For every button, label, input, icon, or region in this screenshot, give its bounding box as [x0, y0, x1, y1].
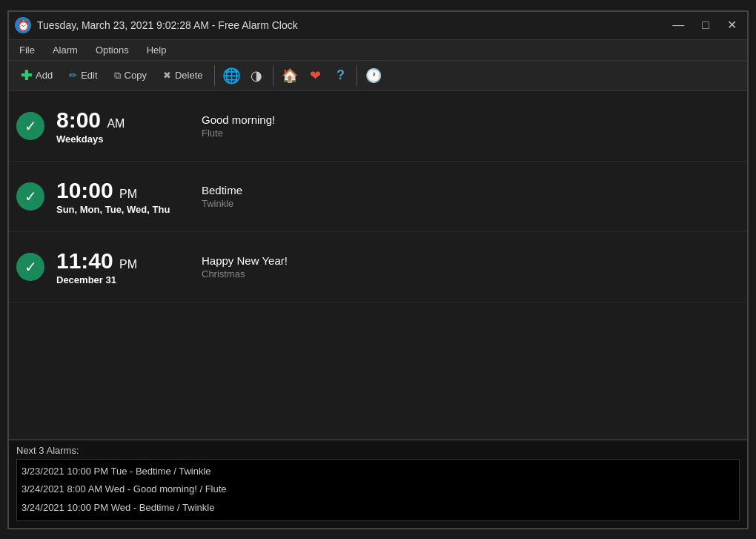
menu-options[interactable]: Options	[88, 42, 136, 59]
copy-label: Copy	[125, 70, 147, 81]
next-alarms-title: Next 3 Alarms:	[16, 445, 740, 456]
edit-icon: ✏	[69, 70, 77, 81]
delete-button[interactable]: ✖ Delete	[156, 66, 210, 85]
alarm-list: ✓ 8:00 AM Weekdays Good morning! Flute ✓	[9, 91, 747, 439]
help-icon: ?	[336, 67, 345, 83]
contrast-button[interactable]: ◑	[245, 64, 268, 87]
alarm-period-3: PM	[119, 258, 137, 271]
alarm-period-2: PM	[119, 188, 137, 200]
alarm-sound-3: Christmas	[202, 268, 740, 280]
alarm-info-3: Happy New Year! Christmas	[202, 254, 740, 280]
window-title: Tuesday, March 23, 2021 9:02:28 AM - Fre…	[37, 19, 298, 31]
alarm-time-section-1: 8:00 AM Weekdays	[56, 108, 190, 145]
alarm-list-container: ✓ 8:00 AM Weekdays Good morning! Flute ✓	[9, 91, 747, 439]
alarm-sound-2: Twinkle	[202, 198, 740, 209]
next-alarm-item-3: 3/24/2021 10:00 PM Wed - Bedtime / Twink…	[21, 499, 735, 517]
edit-label: Edit	[81, 70, 97, 81]
toolbar: ✚ Add ✏ Edit ⧉ Copy ✖ Delete 🌐 ◑ 🏠 ❤	[9, 61, 747, 91]
alarm-row[interactable]: ✓ 11:40 PM December 31 Happy New Year! C…	[9, 232, 747, 302]
separator-2	[273, 65, 273, 86]
delete-icon: ✖	[163, 70, 171, 81]
alarm-time-1: 8:00 AM	[56, 108, 190, 132]
globe-icon: 🌐	[222, 67, 241, 85]
add-button[interactable]: ✚ Add	[13, 64, 60, 87]
help-button[interactable]: ?	[328, 64, 352, 87]
separator-1	[214, 65, 215, 86]
app-icon	[15, 17, 31, 33]
heart-button[interactable]: ❤	[303, 64, 327, 87]
alarm-days-3: December 31	[56, 274, 190, 285]
next-alarm-item-2: 3/24/2021 8:00 AM Wed - Good morning! / …	[21, 480, 735, 499]
title-controls: — □ ✕	[668, 18, 741, 33]
alarm-info-1: Good morning! Flute	[202, 113, 740, 139]
alarm-check-3: ✓	[16, 253, 44, 281]
alarm-time-2: 10:00 PM	[56, 178, 190, 202]
title-bar-left: Tuesday, March 23, 2021 9:02:28 AM - Fre…	[15, 17, 298, 33]
alarm-row[interactable]: ✓ 8:00 AM Weekdays Good morning! Flute	[9, 91, 747, 162]
add-icon: ✚	[21, 67, 32, 84]
add-label: Add	[36, 70, 53, 81]
edit-button[interactable]: ✏ Edit	[62, 66, 105, 85]
alarm-days-1: Weekdays	[56, 133, 190, 145]
alarm-check-1: ✓	[16, 112, 44, 140]
copy-icon: ⧉	[114, 70, 121, 82]
alarm-name-1: Good morning!	[202, 113, 740, 126]
next-alarms-section: Next 3 Alarms: 3/23/2021 10:00 PM Tue - …	[9, 439, 747, 528]
globe-button[interactable]: 🌐	[219, 64, 243, 87]
alarm-time-3: 11:40 PM	[56, 248, 190, 273]
menu-bar: File Alarm Options Help	[9, 40, 747, 61]
home-icon: 🏠	[282, 67, 298, 84]
clock-button[interactable]: 🕐	[362, 64, 385, 87]
heart-icon: ❤	[310, 67, 321, 84]
contrast-icon: ◑	[251, 67, 262, 84]
alarm-check-2: ✓	[16, 182, 44, 211]
next-alarm-item-1: 3/23/2021 10:00 PM Tue - Bedtime / Twink…	[21, 463, 735, 481]
maximize-button[interactable]: □	[697, 18, 714, 33]
title-bar: Tuesday, March 23, 2021 9:02:28 AM - Fre…	[9, 12, 747, 40]
alarm-days-2: Sun, Mon, Tue, Wed, Thu	[56, 204, 190, 215]
menu-file[interactable]: File	[12, 42, 42, 59]
alarm-name-3: Happy New Year!	[202, 254, 740, 267]
alarm-period-1: AM	[107, 117, 125, 130]
home-button[interactable]: 🏠	[278, 64, 302, 87]
close-button[interactable]: ✕	[723, 18, 741, 33]
alarm-time-section-2: 10:00 PM Sun, Mon, Tue, Wed, Thu	[56, 178, 190, 215]
clock-icon: 🕐	[365, 67, 382, 84]
menu-help[interactable]: Help	[139, 42, 174, 59]
next-alarms-box: 3/23/2021 10:00 PM Tue - Bedtime / Twink…	[16, 459, 740, 521]
separator-3	[357, 65, 357, 86]
minimize-button[interactable]: —	[668, 18, 689, 33]
alarm-name-2: Bedtime	[202, 184, 740, 196]
delete-label: Delete	[175, 70, 203, 81]
alarm-time-section-3: 11:40 PM December 31	[56, 248, 190, 285]
copy-button[interactable]: ⧉ Copy	[107, 66, 154, 85]
menu-alarm[interactable]: Alarm	[45, 42, 85, 59]
alarm-info-2: Bedtime Twinkle	[202, 184, 740, 209]
alarm-row[interactable]: ✓ 10:00 PM Sun, Mon, Tue, Wed, Thu Bedti…	[9, 162, 747, 232]
alarm-sound-1: Flute	[202, 128, 740, 139]
main-window: Tuesday, March 23, 2021 9:02:28 AM - Fre…	[7, 10, 749, 529]
